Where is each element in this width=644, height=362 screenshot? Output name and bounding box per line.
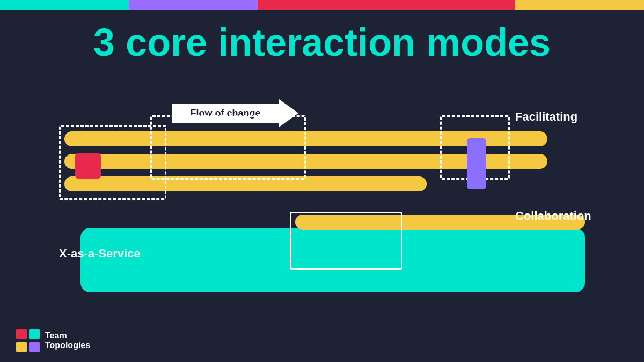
- diagram-area: Flow of change Facilitating Collaboratio…: [64, 99, 612, 319]
- bar-yellow: [515, 0, 644, 10]
- logo-icon: [16, 329, 40, 352]
- label-xaas: X-as-a-Service: [59, 247, 141, 261]
- logo-topologies: Topologies: [45, 341, 90, 350]
- dashed-box-center: [150, 115, 306, 180]
- label-facilitating: Facilitating: [515, 110, 577, 124]
- logo-text: Team Topologies: [45, 331, 90, 350]
- logo-area: Team Topologies: [16, 329, 90, 352]
- svg-rect-3: [29, 342, 40, 352]
- label-collaboration: Collaboration: [515, 209, 591, 223]
- page-title: 3 core interaction modes: [0, 16, 644, 64]
- bar-red: [258, 0, 515, 10]
- logo-team: Team: [45, 331, 90, 341]
- facilitating-team-block: [467, 138, 486, 189]
- bar-purple: [129, 0, 258, 10]
- top-color-bars: [0, 0, 644, 10]
- platform-team-block: [75, 153, 101, 179]
- bar-cyan: [0, 0, 129, 10]
- svg-rect-0: [16, 329, 27, 339]
- svg-rect-1: [29, 329, 40, 339]
- svg-rect-2: [16, 342, 27, 352]
- collaboration-box: [290, 212, 402, 270]
